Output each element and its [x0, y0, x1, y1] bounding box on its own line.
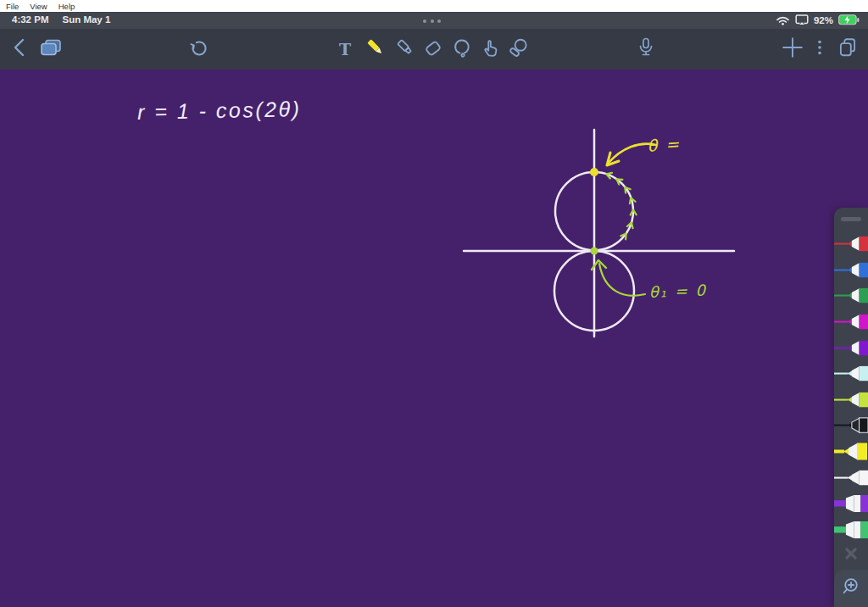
plus-icon — [782, 36, 804, 62]
pointer-tool[interactable] — [507, 37, 531, 61]
screen-mirroring-icon — [795, 14, 809, 27]
more-options-button[interactable] — [808, 37, 832, 61]
lasso-tool[interactable] — [450, 37, 474, 61]
menu-view[interactable]: View — [30, 2, 47, 11]
yellow-pen-icon — [834, 439, 867, 465]
pale-cyan-pen-icon — [834, 361, 868, 387]
pen-green[interactable] — [834, 283, 868, 309]
add-page-button[interactable] — [781, 37, 804, 61]
clock-time: 4:32 PM — [12, 14, 48, 25]
pointer-pen-icon — [508, 36, 530, 62]
lasso-icon — [451, 36, 473, 62]
undo-button[interactable] — [187, 37, 211, 61]
pen-red[interactable] — [834, 231, 868, 258]
menu-file[interactable]: File — [6, 2, 19, 11]
page-tabs-icon — [38, 37, 64, 61]
svg-text:T: T — [339, 40, 351, 58]
drag-handle-icon[interactable] — [841, 217, 861, 221]
point-top — [590, 168, 598, 176]
pen-palette-panel — [834, 208, 868, 607]
black-pen-icon — [834, 413, 868, 438]
pen-violet[interactable] — [834, 335, 868, 361]
pen-blue[interactable] — [834, 258, 868, 284]
menubar: File View Help — [0, 0, 868, 12]
pointing-hand-icon — [479, 36, 501, 62]
zoom-in-icon — [841, 576, 861, 600]
pen-white[interactable] — [834, 465, 868, 491]
copy-page-button[interactable] — [836, 37, 860, 61]
pen-tool[interactable] — [364, 37, 387, 61]
battery-percent: 92% — [814, 15, 833, 25]
white-pen-icon — [834, 465, 868, 491]
undo-icon — [189, 37, 209, 61]
statusbar: 4:32 PM Sun May 1 92% — [0, 12, 868, 29]
page-tabs-button[interactable] — [39, 37, 63, 61]
green-pen-icon — [834, 283, 868, 309]
label-theta-top: θ = — [647, 134, 682, 155]
pen-pale-cyan[interactable] — [834, 361, 868, 387]
battery-charging-icon — [838, 14, 860, 27]
pen-chartreuse[interactable] — [834, 387, 868, 414]
text-tool[interactable]: T — [333, 37, 357, 61]
label-theta-origin: θ₁ = 0 — [648, 281, 707, 301]
back-chevron-icon — [11, 37, 28, 61]
microphone-icon — [636, 36, 656, 62]
pen-purple-highlighter[interactable] — [834, 491, 868, 517]
blue-pen-icon — [834, 258, 868, 283]
close-palette-button[interactable] — [834, 544, 868, 566]
violet-pen-icon — [834, 336, 868, 361]
multitask-handle-icon[interactable] — [423, 19, 441, 23]
pen-yellow[interactable] — [834, 439, 868, 465]
hand-tool[interactable] — [478, 37, 502, 61]
pencil-icon — [364, 36, 387, 62]
wifi-icon — [776, 14, 790, 27]
point-origin — [591, 248, 598, 255]
pen-magenta[interactable] — [834, 309, 868, 336]
clock-date: Sun May 1 — [62, 14, 110, 25]
record-audio-button[interactable] — [634, 37, 658, 61]
page-zoom-button[interactable] — [834, 570, 868, 607]
highlighter-tool[interactable] — [393, 37, 417, 61]
pen-green-highlighter[interactable] — [834, 517, 868, 543]
note-canvas[interactable]: r = 1 - cos(2θ) θ = — [0, 70, 868, 607]
toolbar: T — [0, 29, 868, 70]
close-icon — [843, 546, 859, 565]
purple-highlighter-icon — [834, 491, 868, 516]
copy-pages-icon — [837, 36, 859, 62]
green-highlighter-icon — [834, 517, 868, 543]
polar-curve-sketch: θ = θ₁ = 0 — [458, 123, 746, 348]
eraser-icon — [422, 36, 444, 62]
magenta-pen-icon — [834, 309, 868, 335]
pen-list — [834, 231, 868, 543]
kebab-menu-icon — [810, 37, 830, 61]
chartreuse-pen-icon — [834, 387, 868, 413]
pen-black[interactable] — [834, 413, 868, 439]
handwritten-equation: r = 1 - cos(2θ) — [137, 97, 302, 125]
eraser-tool[interactable] — [421, 37, 445, 61]
highlighter-icon — [394, 36, 416, 62]
back-button[interactable] — [8, 37, 31, 61]
app-window: File View Help 4:32 PM Sun May 1 — [0, 0, 868, 607]
red-pen-icon — [834, 231, 868, 257]
menu-help[interactable]: Help — [58, 2, 75, 11]
